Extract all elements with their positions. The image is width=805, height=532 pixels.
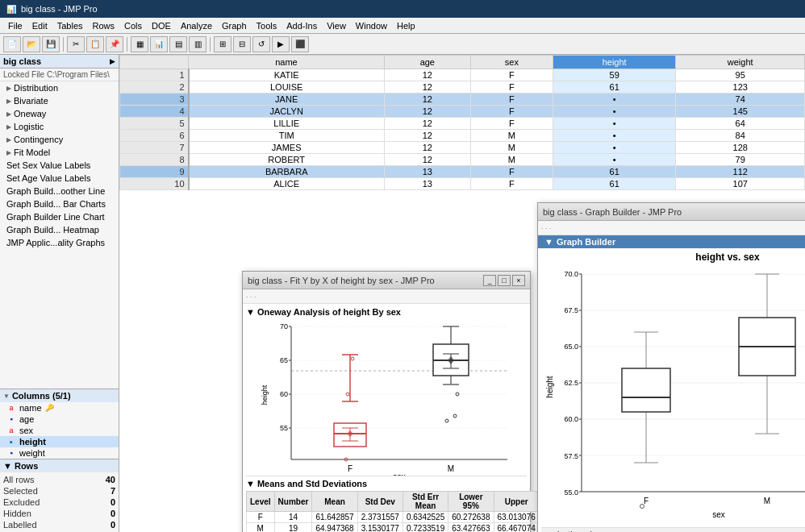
col-name[interactable]: a name 🔑 — [0, 402, 119, 414]
means-collapse-arrow[interactable]: ▼ — [246, 479, 255, 488]
oneway-minimize-btn[interactable]: _ — [483, 275, 496, 286]
cell-height: • — [553, 94, 675, 106]
oneway-collapse-arrow[interactable]: ▼ — [246, 307, 255, 317]
oneway-maximize-btn[interactable]: □ — [498, 275, 511, 286]
svg-text:M: M — [764, 497, 770, 505]
cell-name: ALICE — [189, 178, 385, 190]
menu-help[interactable]: Help — [392, 18, 420, 34]
nav-bivariate[interactable]: ▶Bivariate — [0, 94, 119, 107]
col-age[interactable]: ▪ age — [0, 414, 119, 425]
nav-graphbuild-bar[interactable]: Graph Build... Bar Charts — [0, 197, 119, 210]
rows-table: All rows 40 Selected 7 Excluded 0 Hidden… — [0, 472, 119, 532]
main-container: big class ▶ Locked File C:\Program Files… — [0, 55, 805, 532]
columns-header[interactable]: ▼ Columns (5/1) — [0, 389, 119, 402]
panel-title: big class — [3, 56, 41, 66]
gb-chart-svg: 55.0 57.5 60.0 62.5 65.0 — [541, 266, 805, 524]
svg-text:62.5: 62.5 — [564, 379, 578, 387]
menu-cols[interactable]: Cols — [119, 18, 147, 34]
toolbar-copy[interactable]: 📋 — [86, 36, 104, 52]
nav-setagelabels[interactable]: Set Age Value Labels — [0, 172, 119, 185]
cell-weight: 79 — [676, 154, 805, 166]
nav-contingency[interactable]: ▶Contingency — [0, 133, 119, 146]
cell-age: 13 — [384, 178, 470, 190]
means-cell-0: F — [247, 512, 275, 523]
columns-section: ▼ Columns (5/1) a name 🔑 ▪ age a sex ▪ h… — [0, 389, 119, 459]
toolbar-open[interactable]: 📂 — [23, 36, 40, 52]
toolbar-b5[interactable]: ↺ — [252, 36, 270, 52]
toolbar-b2[interactable]: ▥ — [189, 36, 206, 52]
means-col-upper: Upper — [494, 492, 539, 512]
cell-weight: 95 — [676, 69, 805, 81]
cell-height: 61 — [553, 81, 675, 94]
toolbar-b4[interactable]: ⊟ — [233, 36, 251, 52]
oneway-titlebar[interactable]: big class - Fit Y by X of height by sex … — [243, 272, 530, 289]
toolbar-paste[interactable]: 📌 — [106, 36, 123, 52]
gb-collapse-arrow[interactable]: ▼ — [544, 237, 553, 247]
nav-jmpapp-graphs[interactable]: JMP Applic...ality Graphs — [0, 236, 119, 249]
toolbar-b1[interactable]: ▤ — [169, 36, 187, 52]
menu-tables[interactable]: Tables — [52, 18, 88, 34]
menu-edit[interactable]: Edit — [27, 18, 52, 34]
col-sex[interactable]: a sex — [0, 425, 119, 436]
menu-file[interactable]: File — [3, 18, 27, 34]
oneway-window: big class - Fit Y by X of height by sex … — [242, 271, 531, 532]
cell-name: KATIE — [189, 69, 385, 81]
menu-tools[interactable]: Tools — [252, 18, 282, 34]
toolbar-b6[interactable]: ▶ — [272, 36, 290, 52]
means-cell-1: 14 — [274, 512, 312, 523]
cell-sex: F — [470, 118, 553, 130]
nav-graphbuild-smoother[interactable]: Graph Build...oother Line — [0, 185, 119, 197]
table-row: 10ALICE13F61107 — [120, 178, 805, 190]
rows-labelled: Labelled 0 — [3, 519, 115, 530]
nav-graphbuild-line[interactable]: Graph Builder Line Chart — [0, 210, 119, 223]
oneway-close-btn[interactable]: × — [512, 275, 525, 286]
nav-distribution[interactable]: ▶Distribution — [0, 81, 119, 94]
col-header-sex[interactable]: sex — [470, 56, 553, 69]
toolbar-table[interactable]: ▦ — [131, 36, 148, 52]
gb-section-header: ▼ Graph Builder — [538, 235, 805, 248]
toolbar-b3[interactable]: ⊞ — [214, 36, 231, 52]
col-header-weight[interactable]: weight — [676, 56, 805, 69]
nav-oneway[interactable]: ▶Oneway — [0, 107, 119, 120]
cell-sex: M — [470, 154, 553, 166]
cell-age: 12 — [384, 130, 470, 142]
nav-setsexlabels[interactable]: Set Sex Value Labels — [0, 159, 119, 172]
gb-titlebar[interactable]: big class - Graph Builder - JMP Pro _ □ … — [538, 203, 805, 221]
cell-age: 12 — [384, 69, 470, 81]
menu-doe[interactable]: DOE — [147, 18, 176, 34]
svg-point-32 — [453, 414, 457, 418]
menu-window[interactable]: Window — [351, 18, 392, 34]
col-weight[interactable]: ▪ weight — [0, 447, 119, 459]
nav-logistic[interactable]: ▶Logistic — [0, 120, 119, 133]
cell-rownum: 7 — [120, 142, 189, 154]
menu-rows[interactable]: Rows — [88, 18, 120, 34]
col-header-name[interactable]: name — [189, 56, 385, 69]
menu-view[interactable]: View — [322, 18, 351, 34]
means-col-level: Level — [247, 492, 275, 512]
rows-header[interactable]: ▼ Rows — [0, 459, 119, 472]
means-col-mean: Mean — [312, 492, 357, 512]
toolbar-cut[interactable]: ✂ — [67, 36, 85, 52]
menu-analyze[interactable]: Analyze — [176, 18, 217, 34]
menu-graph[interactable]: Graph — [217, 18, 252, 34]
toolbar-b7[interactable]: ⬛ — [291, 36, 309, 52]
toolbar-new[interactable]: 📄 — [3, 36, 21, 52]
panel-expand-arrow[interactable]: ▶ — [110, 57, 115, 65]
menu-addins[interactable]: Add-Ins — [282, 18, 322, 34]
toolbar-save[interactable]: 💾 — [42, 36, 60, 52]
svg-text:65.0: 65.0 — [564, 343, 578, 351]
col-header-age[interactable]: age — [384, 56, 470, 69]
nav-fitmodel[interactable]: ▶Fit Model — [0, 146, 119, 159]
cell-height: • — [553, 154, 675, 166]
cell-height: 59 — [553, 69, 675, 81]
cell-age: 13 — [384, 166, 470, 178]
toolbar-chart[interactable]: 📊 — [150, 36, 168, 52]
nav-graphbuild-heatmap[interactable]: Graph Build... Heatmap — [0, 223, 119, 236]
col-height[interactable]: ▪ height — [0, 436, 119, 447]
means-cell-5: 60.272638 — [448, 512, 494, 523]
rows-selected: Selected 7 — [3, 485, 115, 497]
cell-height: 61 — [553, 178, 675, 190]
cell-weight: 74 — [676, 94, 805, 106]
left-panel: big class ▶ Locked File C:\Program Files… — [0, 55, 119, 532]
col-header-height[interactable]: height — [553, 56, 675, 69]
